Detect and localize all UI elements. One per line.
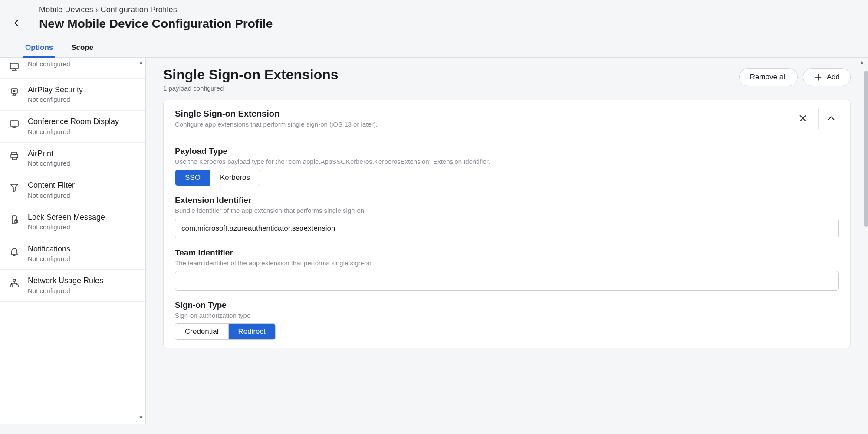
field-label: Sign-on Type xyxy=(175,300,839,310)
card-description: Configure app extensions that perform si… xyxy=(175,121,787,128)
sidebar-item-sub: Not configured xyxy=(28,95,137,104)
field-help: The team identifier of the app extension… xyxy=(175,259,839,267)
shield-lock-icon xyxy=(9,87,20,98)
field-help: Sign-on authorization type xyxy=(175,312,839,319)
sidebar: ▲ Not configured AirPlay Security Not co… xyxy=(0,58,146,424)
scroll-up-icon: ▲ xyxy=(138,59,144,65)
display-icon xyxy=(9,118,20,130)
svg-marker-10 xyxy=(11,184,18,192)
back-button[interactable] xyxy=(12,18,22,28)
sidebar-item-sub: Not configured xyxy=(28,127,137,136)
sidebar-item-lock-screen[interactable]: Lock Screen Message Not configured xyxy=(0,206,145,238)
field-team-identifier: Team Identifier The team identifier of t… xyxy=(175,248,839,291)
sidebar-item-airprint[interactable]: AirPrint Not configured xyxy=(0,143,145,174)
tab-options[interactable]: Options xyxy=(23,39,55,58)
svg-rect-9 xyxy=(12,157,16,160)
sidebar-item-label: Notifications xyxy=(28,244,137,254)
svg-rect-3 xyxy=(13,90,15,92)
tab-scope[interactable]: Scope xyxy=(69,39,95,58)
sidebar-item-sub: Not configured xyxy=(28,59,137,69)
network-icon xyxy=(9,277,20,289)
close-icon xyxy=(798,114,808,123)
sidebar-item-label: Conference Room Display xyxy=(28,117,137,127)
payload-card: Single Sign-on Extension Configure app e… xyxy=(163,100,851,348)
filter-icon xyxy=(9,182,20,193)
signon-type-credential[interactable]: Credential xyxy=(175,324,228,339)
signon-type-segmented: Credential Redirect xyxy=(175,323,276,340)
lock-phone-icon xyxy=(9,214,20,225)
main-content: ▲ Single Sign-on Extensions 1 payload co… xyxy=(146,58,868,424)
signon-type-redirect[interactable]: Redirect xyxy=(228,324,275,339)
breadcrumb: Mobile Devices › Configuration Profiles xyxy=(39,0,858,14)
payload-type-segmented: SSO Kerberos xyxy=(175,170,260,186)
printer-icon xyxy=(9,150,20,162)
extension-identifier-input[interactable] xyxy=(175,219,839,238)
sidebar-item-label: Content Filter xyxy=(28,180,137,190)
scroll-up-icon: ▲ xyxy=(859,59,865,65)
field-extension-identifier: Extension Identifier Bundle identifier o… xyxy=(175,196,839,238)
svg-rect-4 xyxy=(10,121,18,126)
field-help: Bundle identifier of the app extension t… xyxy=(175,207,839,214)
sidebar-item-label: AirPlay Security xyxy=(28,85,137,95)
tabbar: Options Scope xyxy=(23,39,858,57)
svg-rect-2 xyxy=(11,89,17,93)
sidebar-item-conference-room[interactable]: Conference Room Display Not configured xyxy=(0,111,145,142)
sidebar-item-content-filter[interactable]: Content Filter Not configured xyxy=(0,174,145,206)
field-label: Team Identifier xyxy=(175,248,839,258)
payload-type-sso[interactable]: SSO xyxy=(175,170,210,186)
scroll-down-icon: ▼ xyxy=(138,414,144,421)
add-label: Add xyxy=(827,73,840,82)
section-title: Single Sign-on Extensions xyxy=(163,66,339,83)
sidebar-item-generic[interactable]: Not configured xyxy=(0,58,145,79)
sidebar-item-label: Lock Screen Message xyxy=(28,212,137,222)
payload-type-kerberos[interactable]: Kerberos xyxy=(210,170,260,186)
sidebar-item-sub: Not configured xyxy=(28,191,137,200)
sidebar-item-sub: Not configured xyxy=(28,159,137,168)
field-help: Use the Kerberos payload type for the "c… xyxy=(175,158,839,165)
field-signon-type: Sign-on Type Sign-on authorization type … xyxy=(175,300,839,340)
back-arrow-icon xyxy=(12,18,22,28)
section-subtitle: 1 payload configured xyxy=(163,85,339,92)
card-title: Single Sign-on Extension xyxy=(175,109,787,119)
page-title: New Mobile Device Configuration Profile xyxy=(39,17,858,39)
sidebar-item-label: AirPrint xyxy=(28,149,137,159)
field-payload-type: Payload Type Use the Kerberos payload ty… xyxy=(175,147,839,186)
team-identifier-input[interactable] xyxy=(175,271,839,291)
field-label: Extension Identifier xyxy=(175,196,839,205)
sidebar-item-network-usage[interactable]: Network Usage Rules Not configured xyxy=(0,270,145,301)
scrollbar[interactable] xyxy=(864,71,868,227)
airplay-icon xyxy=(9,61,20,72)
remove-all-button[interactable]: Remove all xyxy=(739,68,798,86)
delete-payload-button[interactable] xyxy=(792,108,813,129)
collapse-payload-button[interactable] xyxy=(818,108,839,129)
field-label: Payload Type xyxy=(175,147,839,156)
bell-icon xyxy=(9,246,20,257)
remove-all-label: Remove all xyxy=(750,73,787,82)
sidebar-item-sub: Not configured xyxy=(28,286,137,295)
sidebar-item-label: Network Usage Rules xyxy=(28,276,137,286)
sidebar-item-airplay-security[interactable]: AirPlay Security Not configured xyxy=(0,79,145,111)
svg-rect-0 xyxy=(10,63,18,69)
sidebar-item-sub: Not configured xyxy=(28,222,137,232)
add-button[interactable]: Add xyxy=(803,68,851,86)
sidebar-item-notifications[interactable]: Notifications Not configured xyxy=(0,238,145,270)
chevron-up-icon xyxy=(826,114,836,123)
sidebar-item-sub: Not configured xyxy=(28,254,137,263)
plus-icon xyxy=(814,73,822,82)
